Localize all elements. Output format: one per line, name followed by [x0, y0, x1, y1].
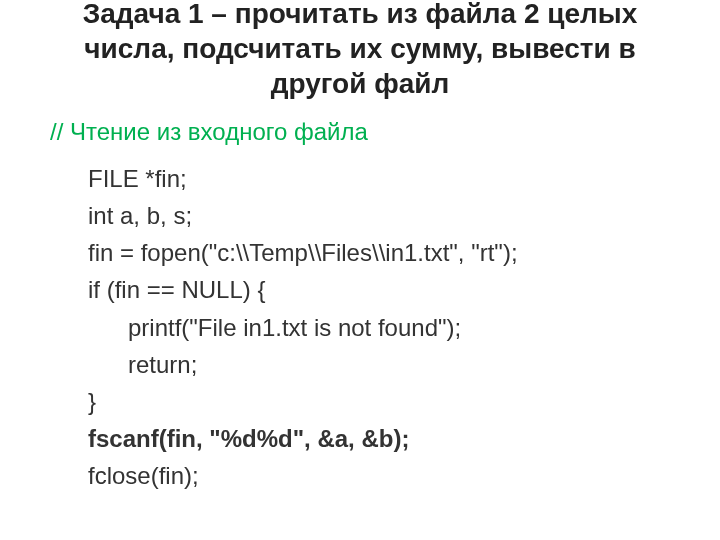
code-line-emphasis: fscanf(fin, "%d%d", &a, &b); [88, 420, 690, 457]
code-line: } [88, 383, 690, 420]
slide-content: Задача 1 – прочитать из файла 2 целых чи… [0, 0, 720, 494]
code-line: FILE *fin; [88, 160, 690, 197]
code-line: fclose(fin); [88, 457, 690, 494]
code-line: fin = fopen("c:\\Temp\\Files\\in1.txt", … [88, 234, 690, 271]
code-line: if (fin == NULL) { [88, 271, 690, 308]
code-line: return; [128, 346, 690, 383]
code-line: printf("File in1.txt is not found"); [128, 309, 690, 346]
code-line: int a, b, s; [88, 197, 690, 234]
code-comment: // Чтение из входного файла [50, 115, 690, 150]
task-title: Задача 1 – прочитать из файла 2 целых чи… [30, 0, 690, 101]
